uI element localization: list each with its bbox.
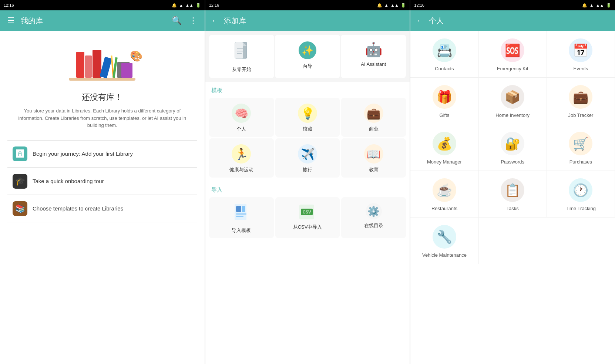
onboarding-icon: 🎓 bbox=[15, 176, 25, 186]
notification-icon-2: 🔔 bbox=[377, 3, 382, 8]
ai-assistant-icon: 🤖 bbox=[365, 41, 382, 58]
more-icon[interactable]: ⋮ bbox=[188, 14, 199, 27]
home-inventory-icon: 📦 bbox=[501, 85, 524, 109]
money-manager-label: Money Manager bbox=[427, 159, 462, 165]
csv-import-label: 从CSV中导入 bbox=[293, 224, 322, 230]
collections-label: 馆藏 bbox=[303, 126, 312, 132]
restaurants-label: Restaurants bbox=[431, 206, 457, 211]
emergency-kit-item[interactable]: 🆘 Emergency Kit bbox=[479, 31, 547, 78]
vehicle-maintenance-label: Vehicle Maintenance bbox=[422, 252, 467, 258]
my-library-toolbar: ☰ 我的库 🔍 ⋮ bbox=[0, 10, 205, 31]
vehicle-maintenance-item[interactable]: 🔧 Vehicle Maintenance bbox=[410, 218, 478, 264]
tasks-item[interactable]: 📋 Tasks bbox=[479, 171, 547, 218]
import-template-card[interactable]: 导入模板 bbox=[209, 197, 274, 238]
education-label: 教育 bbox=[369, 166, 379, 173]
travel-icon: ✈️ bbox=[298, 144, 317, 164]
back-icon-1[interactable]: ← bbox=[211, 16, 219, 26]
job-tracker-item[interactable]: 💼 Job Tracker bbox=[547, 78, 615, 124]
purchases-label: Purchases bbox=[569, 159, 592, 165]
home-inventory-item[interactable]: 📦 Home Inventory bbox=[479, 78, 547, 124]
emergency-kit-icon: 🆘 bbox=[501, 38, 524, 62]
search-icon[interactable]: 🔍 bbox=[170, 14, 183, 27]
contacts-item[interactable]: 📇 Contacts bbox=[410, 31, 478, 78]
contacts-icon: 📇 bbox=[433, 38, 456, 62]
notification-icon-1: 🔔 bbox=[172, 3, 177, 8]
ai-assistant-card[interactable]: 🤖 AI Assistant bbox=[341, 35, 406, 78]
no-library-desc: You store your data in Libraries. Each L… bbox=[7, 107, 197, 129]
passwords-icon: 🔐 bbox=[501, 132, 524, 155]
add-library-content: 从零开始 ✨ 向导 🤖 AI Assistant 模板 🧠 bbox=[205, 31, 410, 364]
money-manager-item[interactable]: 💰 Money Manager bbox=[410, 124, 478, 171]
time-2: 12:16 bbox=[209, 3, 219, 7]
import-template-icon bbox=[233, 203, 249, 224]
business-template-card[interactable]: 💼 商业 bbox=[341, 98, 406, 137]
purchases-icon: 🛒 bbox=[569, 132, 592, 155]
add-library-toolbar: ← 添加库 bbox=[205, 10, 410, 31]
personal-template-list: 📇 Contacts 🆘 Emergency Kit 📅 Eve bbox=[410, 31, 615, 264]
tasks-icon: 📋 bbox=[501, 178, 524, 202]
battery-icon-2: 🔋 bbox=[401, 3, 406, 8]
education-icon: 📖 bbox=[364, 144, 383, 164]
gifts-item[interactable]: 🎁 Gifts bbox=[410, 78, 478, 124]
start-options: 从零开始 ✨ 向导 🤖 AI Assistant bbox=[205, 31, 410, 82]
from-scratch-icon bbox=[233, 41, 250, 63]
time-1: 12:16 bbox=[4, 3, 14, 7]
battery-icon-1: 🔋 bbox=[196, 3, 201, 8]
health-label: 健康与运动 bbox=[229, 166, 253, 173]
events-item[interactable]: 📅 Events bbox=[547, 31, 615, 78]
health-template-card[interactable]: 🏃 健康与运动 bbox=[209, 138, 274, 178]
personal-template-card[interactable]: 🧠 个人 bbox=[209, 98, 274, 137]
templates-icon-box: 📚 bbox=[13, 201, 27, 216]
travel-template-card[interactable]: ✈️ 旅行 bbox=[275, 138, 340, 178]
online-catalog-label: 在线目录 bbox=[364, 222, 383, 229]
wifi-icon-3: ▲ bbox=[589, 3, 594, 7]
add-library-action[interactable]: 🅰 Begin your journey: Add your first Lib… bbox=[7, 140, 197, 168]
add-library-panel: ← 添加库 bbox=[205, 10, 410, 364]
personal-panel: ← 个人 📇 Contacts 🆘 Emergency Kit bbox=[410, 10, 615, 364]
template-grid: 🧠 个人 💡 馆藏 💼 商业 bbox=[205, 96, 410, 181]
svg-rect-11 bbox=[236, 213, 246, 215]
online-catalog-card[interactable]: ⚙️ 在线目录 bbox=[341, 197, 406, 238]
book-blue bbox=[100, 57, 112, 78]
svg-rect-12 bbox=[236, 216, 243, 217]
collections-template-card[interactable]: 💡 馆藏 bbox=[275, 98, 340, 137]
no-library-title: 还没有库！ bbox=[82, 92, 122, 103]
restaurants-item[interactable]: ☕ Restaurants bbox=[410, 171, 478, 218]
templates-section-header: 模板 bbox=[205, 82, 410, 96]
import-grid: 导入模板 CSV 从CSV中导入 ⚙️ bbox=[205, 196, 410, 242]
collections-icon: 💡 bbox=[298, 104, 317, 123]
wizard-card[interactable]: ✨ 向导 bbox=[275, 35, 340, 78]
business-icon: 💼 bbox=[364, 104, 383, 123]
csv-import-icon: CSV bbox=[299, 203, 316, 221]
emergency-kit-label: Emergency Kit bbox=[497, 66, 528, 71]
templates-action[interactable]: 📚 Choose templates to create Libraries bbox=[7, 195, 197, 222]
from-scratch-card[interactable]: 从零开始 bbox=[209, 35, 274, 78]
signal-icon-1: ▲▲ bbox=[185, 3, 194, 7]
menu-icon[interactable]: ☰ bbox=[6, 14, 16, 27]
wifi-icon-2: ▲ bbox=[384, 3, 389, 7]
svg-rect-10 bbox=[242, 206, 245, 212]
my-library-title: 我的库 bbox=[21, 16, 166, 26]
education-template-card[interactable]: 📖 教育 bbox=[341, 138, 406, 178]
signal-icon-2: ▲▲ bbox=[391, 3, 399, 7]
time-tracking-item[interactable]: 🕐 Time Tracking bbox=[547, 171, 615, 218]
back-icon-2[interactable]: ← bbox=[416, 16, 424, 26]
passwords-item[interactable]: 🔐 Passwords bbox=[479, 124, 547, 171]
add-library-title: 添加库 bbox=[224, 16, 404, 26]
onboarding-label: Take a quick onboarding tour bbox=[33, 178, 104, 184]
purchases-item[interactable]: 🛒 Purchases bbox=[547, 124, 615, 171]
shelf bbox=[69, 78, 135, 81]
svg-rect-9 bbox=[236, 206, 241, 212]
book-light-red bbox=[85, 55, 92, 78]
signal-icon-3: ▲▲ bbox=[596, 3, 604, 7]
job-tracker-icon: 💼 bbox=[569, 85, 592, 109]
onboarding-action[interactable]: 🎓 Take a quick onboarding tour bbox=[7, 168, 197, 195]
onboarding-icon-box: 🎓 bbox=[13, 174, 27, 189]
templates-icon: 📚 bbox=[15, 204, 25, 213]
csv-import-card[interactable]: CSV 从CSV中导入 bbox=[275, 197, 340, 238]
gifts-icon: 🎁 bbox=[433, 85, 456, 109]
health-icon: 🏃 bbox=[232, 144, 251, 164]
events-label: Events bbox=[574, 66, 588, 71]
job-tracker-label: Job Tracker bbox=[568, 112, 593, 118]
wifi-icon-1: ▲ bbox=[179, 3, 183, 7]
